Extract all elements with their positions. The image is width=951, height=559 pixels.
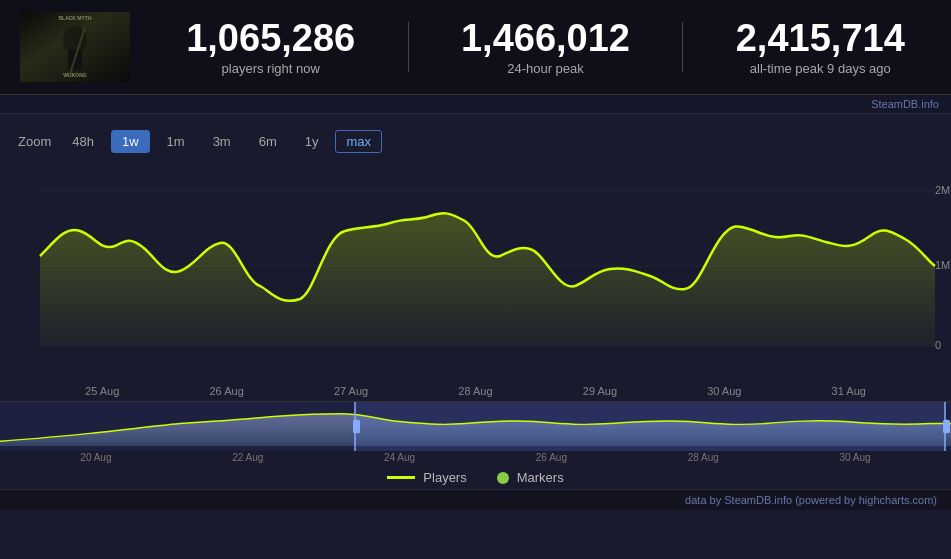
legend-markers: Markers xyxy=(497,470,564,485)
svg-text:WUKONG: WUKONG xyxy=(63,72,86,78)
zoom-1m-button[interactable]: 1m xyxy=(156,130,196,153)
x-label-29aug: 29 Aug xyxy=(583,385,617,397)
x-label-30aug: 30 Aug xyxy=(707,385,741,397)
legend-players-line xyxy=(387,476,415,479)
stat-divider-2 xyxy=(682,22,683,72)
zoom-6m-button[interactable]: 6m xyxy=(248,130,288,153)
x-label-26aug: 26 Aug xyxy=(210,385,244,397)
peak-24h-label: 24-hour peak xyxy=(461,61,630,76)
zoom-3m-button[interactable]: 3m xyxy=(202,130,242,153)
alltime-peak-label: all-time peak 9 days ago xyxy=(736,61,905,76)
mini-chart[interactable] xyxy=(0,401,951,451)
header: BLACK MYTH WUKONG 1,065,286 players righ… xyxy=(0,0,951,95)
legend-players: Players xyxy=(387,470,466,485)
x-axis-labels: 25 Aug 26 Aug 27 Aug 28 Aug 29 Aug 30 Au… xyxy=(0,381,951,401)
mini-label-30aug: 30 Aug xyxy=(839,452,870,463)
svg-text:2M: 2M xyxy=(935,184,950,196)
main-chart-svg: 2M 1M 0 xyxy=(0,161,951,381)
zoom-1y-button[interactable]: 1y xyxy=(294,130,330,153)
stat-divider-1 xyxy=(408,22,409,72)
stats-container: 1,065,286 players right now 1,466,012 24… xyxy=(160,18,931,77)
alltime-peak-number: 2,415,714 xyxy=(736,18,905,60)
footer-bar: data by SteamDB.info (powered by highcha… xyxy=(0,489,951,510)
x-label-27aug: 27 Aug xyxy=(334,385,368,397)
x-label-28aug: 28 Aug xyxy=(458,385,492,397)
svg-text:BLACK MYTH: BLACK MYTH xyxy=(58,15,91,21)
zoom-1w-button[interactable]: 1w xyxy=(111,130,150,153)
svg-text:0: 0 xyxy=(935,339,941,351)
legend-players-label: Players xyxy=(423,470,466,485)
main-chart: 2M 1M 0 xyxy=(0,161,951,381)
footer-text: data by SteamDB.info (powered by highcha… xyxy=(685,494,937,506)
players-now-number: 1,065,286 xyxy=(186,18,355,60)
mini-label-26aug: 26 Aug xyxy=(536,452,567,463)
x-label-31aug: 31 Aug xyxy=(832,385,866,397)
svg-rect-15 xyxy=(353,420,360,434)
players-now-stat: 1,065,286 players right now xyxy=(186,18,355,77)
mini-x-labels: 20 Aug 22 Aug 24 Aug 26 Aug 28 Aug 30 Au… xyxy=(0,451,951,464)
legend-bar: Players Markers xyxy=(0,464,951,489)
mini-label-28aug: 28 Aug xyxy=(688,452,719,463)
peak-24h-number: 1,466,012 xyxy=(461,18,630,60)
chart-section: Zoom 48h 1w 1m 3m 6m 1y max 2M 1M 0 xyxy=(0,114,951,489)
peak-24h-stat: 1,466,012 24-hour peak xyxy=(461,18,630,77)
players-now-label: players right now xyxy=(186,61,355,76)
legend-markers-dot xyxy=(497,472,509,484)
mini-label-24aug: 24 Aug xyxy=(384,452,415,463)
svg-text:1M: 1M xyxy=(935,259,950,271)
mini-label-22aug: 22 Aug xyxy=(232,452,263,463)
svg-rect-13 xyxy=(355,402,945,451)
zoom-bar: Zoom 48h 1w 1m 3m 6m 1y max xyxy=(0,124,951,161)
zoom-max-button[interactable]: max xyxy=(335,130,382,153)
steamdb-credit: SteamDB.info xyxy=(0,95,951,114)
x-label-25aug: 25 Aug xyxy=(85,385,119,397)
game-thumbnail: BLACK MYTH WUKONG xyxy=(20,12,130,82)
legend-markers-label: Markers xyxy=(517,470,564,485)
zoom-48h-button[interactable]: 48h xyxy=(61,130,105,153)
mini-label-20aug: 20 Aug xyxy=(80,452,111,463)
zoom-label: Zoom xyxy=(18,134,51,149)
svg-rect-17 xyxy=(943,420,950,434)
mini-chart-svg xyxy=(0,402,951,451)
alltime-peak-stat: 2,415,714 all-time peak 9 days ago xyxy=(736,18,905,77)
